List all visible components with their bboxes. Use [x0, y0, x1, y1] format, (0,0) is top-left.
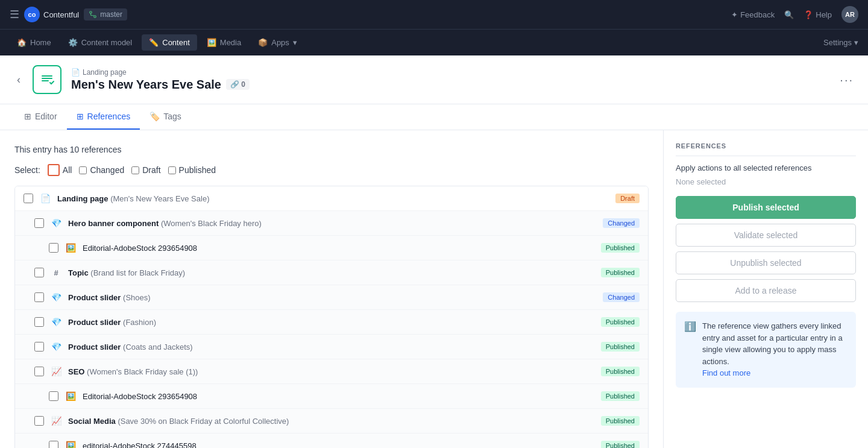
validate-selected-button[interactable]: Validate selected	[676, 224, 856, 247]
topic-icon: #	[50, 267, 62, 279]
home-icon: 🏠	[17, 38, 27, 47]
ref-item-editorial-3-checkbox[interactable]	[49, 441, 58, 448]
references-tab-label: References	[87, 112, 131, 121]
branch-selector[interactable]: master	[84, 8, 127, 21]
nav-media[interactable]: 🖼️ Media	[200, 34, 248, 51]
editor-tab-icon: ⊞	[24, 112, 31, 121]
ref-item-landing-page-name: Landing page (Men's New Years Eve Sale)	[57, 194, 609, 203]
nav-content-model[interactable]: ⚙️ Content model	[61, 34, 140, 51]
info-icon: ℹ️	[684, 321, 696, 379]
tab-bar: ⊞ Editor ⊞ References 🏷️ Tags	[0, 104, 868, 130]
secondary-navigation: 🏠 Home ⚙️ Content model ✏️ Content 🖼️ Me…	[0, 29, 868, 55]
add-to-release-button[interactable]: Add to a release	[676, 279, 856, 302]
help-button[interactable]: ❓ Help	[804, 10, 832, 19]
ref-item-seo-name: SEO (Women's Black Friday sale (1))	[68, 367, 595, 376]
ref-item-editorial-3-name: editorial-AdobeStock 274445598	[83, 441, 595, 449]
editor-tab-label: Editor	[35, 112, 57, 121]
ref-item-topic-checkbox[interactable]	[34, 268, 44, 277]
nav-home[interactable]: 🏠 Home	[10, 34, 58, 51]
select-all-label: All	[63, 165, 72, 175]
social-media-badge: Published	[601, 416, 640, 426]
editorial-3-badge: Published	[601, 441, 640, 448]
product-slider-shoes-badge: Changed	[603, 292, 640, 302]
nav-apps[interactable]: 📦 Apps ▾	[251, 34, 304, 51]
content-icon: ✏️	[149, 38, 159, 47]
media-icon: 🖼️	[207, 38, 216, 47]
tab-references[interactable]: ⊞ References	[67, 104, 140, 130]
more-options-button[interactable]: ···	[840, 73, 854, 87]
ref-item-topic: # Topic (Brand list for Black Friday) Pu…	[15, 260, 648, 285]
references-tab-icon: ⊞	[77, 112, 84, 121]
search-button[interactable]: 🔍	[784, 10, 794, 19]
nav-content-model-label: Content model	[81, 38, 133, 47]
publish-selected-button[interactable]: Publish selected	[676, 196, 856, 219]
nav-apps-label: Apps	[271, 38, 289, 47]
hero-banner-badge: Changed	[603, 218, 640, 228]
ref-item-product-slider-fashion-checkbox[interactable]	[34, 317, 44, 327]
ref-item-product-slider-coats: 💎 Product slider (Coats and Jackets) Pub…	[15, 335, 648, 359]
ref-item-editorial-1-name: Editorial-AdobeStock 293654908	[83, 244, 595, 253]
ref-item-seo-checkbox[interactable]	[34, 367, 44, 376]
page-layout: ‹ 📄 Landing page Men's New Years Eve Sal…	[0, 55, 868, 448]
ref-item-topic-name: Topic (Brand list for Black Friday)	[68, 268, 595, 277]
feedback-button[interactable]: ✦ Feedback	[731, 10, 775, 19]
entry-type-icon	[33, 65, 61, 94]
select-changed-checkbox[interactable]: Changed	[79, 165, 124, 175]
main-content: This entry has 10 references Select: All…	[0, 130, 868, 448]
changed-checkbox-input[interactable]	[79, 166, 87, 174]
nav-content[interactable]: ✏️ Content	[142, 34, 197, 51]
ref-item-social-media: 📈 Social Media (Save 30% on Black Friday…	[15, 409, 648, 434]
references-sidebar: REFERENCES Apply actions to all selected…	[663, 130, 868, 448]
sidebar-title: REFERENCES	[676, 142, 856, 156]
select-row: Select: All Changed Draft Published	[14, 164, 649, 176]
hero-banner-icon: 💎	[50, 217, 62, 229]
entry-info: 📄 Landing page Men's New Years Eve Sale …	[71, 68, 830, 92]
ref-item-social-media-checkbox[interactable]	[34, 416, 44, 426]
product-slider-coats-icon: 💎	[50, 341, 62, 353]
info-box: ℹ️ The reference view gathers every link…	[676, 312, 856, 388]
org-initials: co	[24, 7, 40, 22]
select-draft-checkbox[interactable]: Draft	[131, 165, 160, 175]
ref-item-editorial-1-checkbox[interactable]	[49, 243, 58, 253]
tab-tags[interactable]: 🏷️ Tags	[140, 104, 191, 130]
back-button[interactable]: ‹	[14, 71, 23, 89]
tab-editor[interactable]: ⊞ Editor	[14, 104, 67, 130]
select-all-checkbox[interactable]: All	[48, 164, 72, 176]
product-slider-fashion-icon: 💎	[50, 316, 62, 328]
ref-item-product-slider-shoes-checkbox[interactable]	[34, 292, 44, 302]
find-out-more-link[interactable]: Find out more	[702, 368, 750, 377]
published-checkbox-input[interactable]	[168, 166, 176, 174]
ref-item-social-media-name: Social Media (Save 30% on Black Friday a…	[68, 417, 595, 426]
editorial-2-icon: 🖼️	[64, 390, 77, 402]
ref-item-landing-page: 📄 Landing page (Men's New Years Eve Sale…	[15, 186, 648, 211]
branch-name: master	[100, 10, 122, 19]
select-published-checkbox[interactable]: Published	[168, 165, 216, 175]
entry-links-badge[interactable]: 🔗 0	[226, 79, 250, 90]
branch-icon	[89, 10, 97, 19]
select-changed-label: Changed	[90, 165, 124, 175]
references-content: This entry has 10 references Select: All…	[0, 130, 663, 448]
select-all-checkbox-box[interactable]	[48, 164, 60, 176]
ref-item-product-slider-shoes: 💎 Product slider (Shoes) Changed	[15, 285, 648, 310]
sidebar-apply-actions-text: Apply actions to all selected references	[676, 163, 856, 172]
entry-type-label: 📄 Landing page	[71, 68, 830, 77]
select-label: Select:	[14, 165, 40, 175]
settings-dropdown[interactable]: Settings ▾	[823, 38, 858, 47]
ref-item-editorial-2-checkbox[interactable]	[49, 391, 58, 401]
top-navigation: ☰ co Contentful master ✦ Feedback 🔍 ❓ He…	[0, 0, 868, 29]
nav-content-label: Content	[162, 38, 190, 47]
ref-item-landing-page-checkbox[interactable]	[24, 194, 33, 203]
hamburger-menu[interactable]: ☰	[10, 8, 19, 21]
editorial-2-badge: Published	[601, 391, 640, 401]
tags-tab-label: Tags	[163, 112, 181, 121]
ref-item-product-slider-coats-checkbox[interactable]	[34, 342, 44, 352]
user-avatar[interactable]: AR	[841, 6, 858, 23]
ref-item-seo: 📈 SEO (Women's Black Friday sale (1)) Pu…	[15, 359, 648, 384]
ref-item-hero-banner-checkbox[interactable]	[34, 218, 44, 228]
draft-checkbox-input[interactable]	[131, 166, 139, 174]
nav-home-label: Home	[30, 38, 51, 47]
landing-page-icon: 📄	[39, 192, 51, 204]
ref-item-product-slider-shoes-name: Product slider (Shoes)	[68, 293, 597, 302]
settings-label: Settings	[823, 38, 852, 47]
unpublish-selected-button[interactable]: Unpublish selected	[676, 251, 856, 274]
